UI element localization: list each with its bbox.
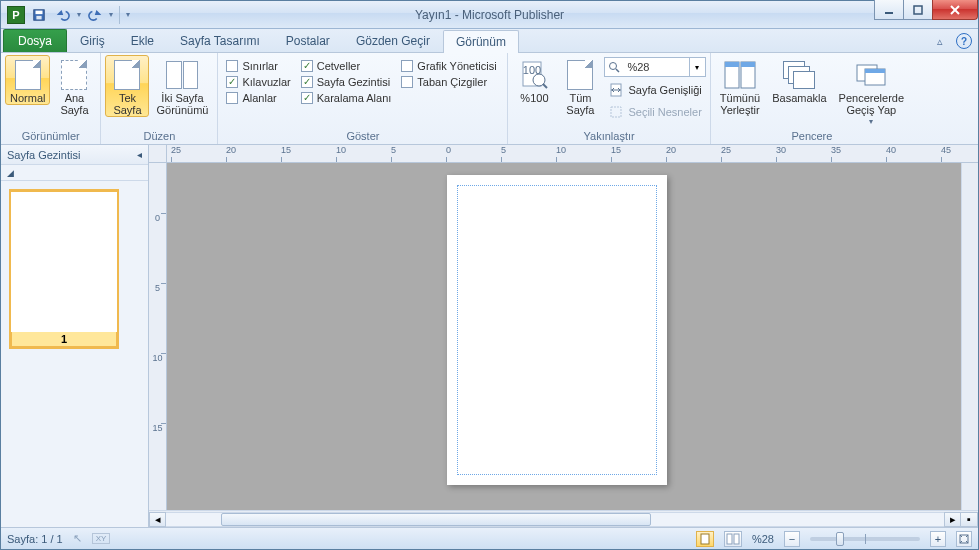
- zoom-combo[interactable]: %28 ▾: [604, 57, 705, 77]
- cascade-button[interactable]: Basamakla: [767, 55, 831, 105]
- redo-dropdown[interactable]: ▾: [109, 10, 113, 19]
- switch-windows-button[interactable]: Pencerelerde Geçiş Yap ▾: [834, 55, 909, 127]
- ruler-tick: 10: [336, 145, 346, 155]
- show-checkbox-sınırlar[interactable]: Sınırlar: [222, 59, 294, 73]
- thumbnail-page-number: 1: [12, 332, 116, 346]
- undo-dropdown[interactable]: ▾: [77, 10, 81, 19]
- ruler-tick: 20: [226, 145, 236, 155]
- arrange-all-button[interactable]: Tümünü Yerleştir: [715, 55, 765, 117]
- show-checkbox-grafik-yöneticisi[interactable]: Grafik Yöneticisi: [397, 59, 500, 73]
- page-indicator[interactable]: Sayfa: 1 / 1: [7, 533, 63, 545]
- two-page-label: İki Sayfa Görünümü: [156, 92, 208, 116]
- page-width-button[interactable]: Sayfa Genişliği: [604, 81, 705, 99]
- group-show: SınırlarKılavuzlarAlanlar CetvellerSayfa…: [218, 53, 508, 144]
- single-page-label: Tek Sayfa: [113, 92, 141, 116]
- canvas-area: 252015105051015202530354045 5051015 ◂ ▸ …: [149, 145, 978, 527]
- svg-rect-21: [865, 69, 885, 73]
- show-checkbox-karalama-alanı[interactable]: Karalama Alanı: [297, 91, 396, 105]
- show-checkbox-alanlar[interactable]: Alanlar: [222, 91, 294, 105]
- ruler-tick: 10: [556, 145, 566, 155]
- checkbox-label: Grafik Yöneticisi: [417, 60, 496, 72]
- zoom-100-icon: 100: [518, 59, 550, 91]
- checkbox-icon: [226, 60, 238, 72]
- document-canvas[interactable]: [167, 163, 961, 510]
- tab-home[interactable]: Giriş: [67, 29, 118, 52]
- svg-rect-4: [914, 6, 922, 14]
- scroll-thumb[interactable]: [221, 513, 651, 526]
- page-navigation-title: Sayfa Gezintisi: [7, 149, 80, 161]
- horizontal-ruler[interactable]: 252015105051015202530354045: [167, 145, 961, 163]
- fit-page-button[interactable]: [956, 531, 972, 547]
- show-checkbox-sayfa-gezintisi[interactable]: Sayfa Gezintisi: [297, 75, 396, 89]
- ruler-tick: 25: [171, 145, 181, 155]
- window-title: Yayın1 - Microsoft Publisher: [1, 8, 978, 22]
- checkbox-icon: [226, 76, 238, 88]
- redo-button[interactable]: [85, 5, 105, 25]
- normal-view-button[interactable]: Normal: [5, 55, 50, 105]
- ruler-tick: 20: [666, 145, 676, 155]
- page-thumbnails: 1: [1, 181, 148, 527]
- horizontal-scrollbar[interactable]: ◂ ▸ ▪: [149, 510, 978, 527]
- master-page-icon: [58, 59, 90, 91]
- tab-review[interactable]: Gözden Geçir: [343, 29, 443, 52]
- checkbox-label: Taban Çizgiler: [417, 76, 487, 88]
- group-window-label: Pencere: [715, 129, 909, 144]
- tab-file[interactable]: Dosya: [3, 29, 67, 52]
- zoom-dropdown-icon[interactable]: ▾: [689, 58, 703, 76]
- tab-insert[interactable]: Ekle: [118, 29, 167, 52]
- scroll-left-icon[interactable]: ◂: [149, 512, 166, 527]
- svg-point-11: [610, 63, 617, 70]
- ruler-tick: 5: [149, 283, 166, 293]
- page-thumbnail-1[interactable]: 1: [9, 189, 119, 349]
- ribbon-minimize-icon[interactable]: ▵: [932, 33, 948, 49]
- undo-button[interactable]: [53, 5, 73, 25]
- single-page-button[interactable]: Tek Sayfa: [105, 55, 149, 117]
- tab-page-design[interactable]: Sayfa Tasarımı: [167, 29, 273, 52]
- master-page-button[interactable]: Ana Sayfa: [52, 55, 96, 117]
- show-checkbox-taban-çizgiler[interactable]: Taban Çizgiler: [397, 75, 500, 89]
- ruler-tick: 30: [776, 145, 786, 155]
- tab-view[interactable]: Görünüm: [443, 30, 519, 53]
- help-icon[interactable]: ?: [956, 33, 972, 49]
- save-button[interactable]: [29, 5, 49, 25]
- zoom-slider-knob[interactable]: [836, 532, 844, 546]
- window-controls: [875, 0, 978, 20]
- whole-page-button[interactable]: Tüm Sayfa: [558, 55, 602, 117]
- scroll-right-icon[interactable]: ▸: [944, 512, 961, 527]
- scroll-end-icon[interactable]: ▪: [961, 512, 978, 527]
- maximize-button[interactable]: [903, 0, 933, 20]
- minimize-button[interactable]: [874, 0, 904, 20]
- show-checkbox-cetveller[interactable]: Cetveller: [297, 59, 396, 73]
- expand-triangle-icon[interactable]: ◢: [7, 168, 14, 178]
- zoom-out-button[interactable]: −: [784, 531, 800, 547]
- zoom-percent[interactable]: %28: [752, 533, 774, 545]
- magnifier-icon: [605, 61, 623, 73]
- checkbox-label: Sayfa Gezintisi: [317, 76, 390, 88]
- svg-rect-1: [36, 10, 43, 14]
- collapse-panel-icon[interactable]: ◂: [137, 149, 142, 160]
- zoom-in-button[interactable]: +: [930, 531, 946, 547]
- svg-rect-23: [727, 534, 732, 544]
- scroll-track[interactable]: [166, 512, 944, 527]
- page-1[interactable]: [447, 175, 667, 485]
- qat-customize[interactable]: ▾: [126, 10, 130, 19]
- zoom-100-button[interactable]: 100 %100: [512, 55, 556, 105]
- vertical-ruler[interactable]: 5051015: [149, 163, 167, 510]
- two-page-view-icon[interactable]: [724, 531, 742, 547]
- group-views: Normal Ana Sayfa Görünümler: [1, 53, 101, 144]
- vertical-scrollbar[interactable]: [961, 163, 978, 510]
- single-page-view-icon[interactable]: [696, 531, 714, 547]
- page-width-icon: [608, 82, 624, 98]
- switch-windows-icon: [855, 59, 887, 91]
- tab-mailings[interactable]: Postalar: [273, 29, 343, 52]
- zoom-slider[interactable]: [810, 537, 920, 541]
- master-page-label: Ana Sayfa: [60, 92, 88, 116]
- close-button[interactable]: [932, 0, 978, 20]
- two-page-button[interactable]: İki Sayfa Görünümü: [151, 55, 213, 117]
- ribbon-tabs: Dosya Giriş Ekle Sayfa Tasarımı Postalar…: [1, 29, 978, 53]
- group-zoom-label: Yakınlaştır: [512, 129, 705, 144]
- show-checkbox-kılavuzlar[interactable]: Kılavuzlar: [222, 75, 294, 89]
- ruler-tick: 5: [501, 145, 506, 155]
- normal-view-label: Normal: [10, 92, 45, 104]
- page-navigation-panel: Sayfa Gezintisi ◂ ◢ 1: [1, 145, 149, 527]
